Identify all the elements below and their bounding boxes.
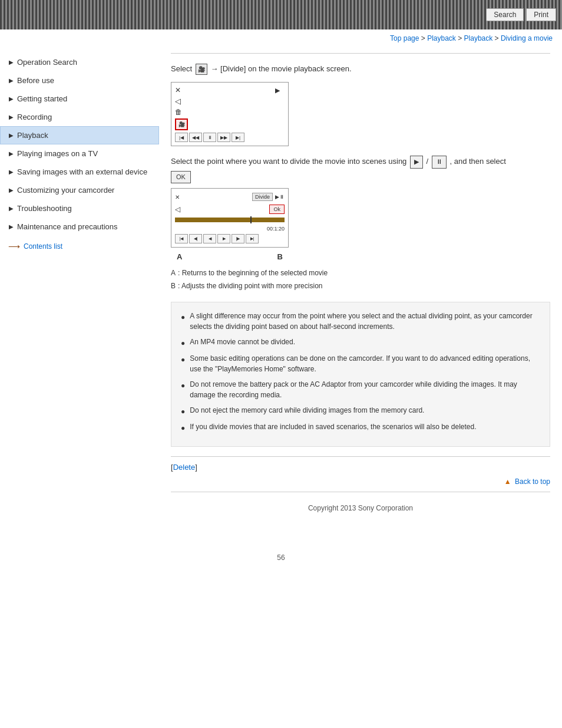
arrow-icon: ▶ (9, 205, 14, 212)
play-inline-btn: ▶ (410, 156, 423, 169)
ds-position-marker (250, 216, 252, 223)
sidebar-item-before-use[interactable]: ▶ Before use (0, 71, 159, 90)
divide-icon-inner: 🎥 (178, 121, 185, 127)
note-item-1: ● An MP4 movie cannot be divided. (181, 337, 540, 348)
delete-link-container: [Delete] (171, 463, 550, 472)
arrow-icon: ▶ (9, 77, 14, 84)
sidebar-item-getting-started[interactable]: ▶ Getting started (0, 90, 159, 108)
play-icon: ▶ (275, 87, 280, 94)
copyright-text: Copyright 2013 Sony Corporation (308, 504, 413, 512)
sidebar-item-playback[interactable]: ▶ Playback (0, 126, 159, 144)
sidebar-item-customizing[interactable]: ▶ Customizing your camcorder (0, 181, 159, 199)
search-button[interactable]: Search (486, 8, 524, 21)
ds-volume-ok-row: ◁ Ok (175, 205, 285, 213)
sidebar-item-maintenance[interactable]: ▶ Maintenance and precautions (0, 218, 159, 236)
caption-label-a: A (171, 267, 176, 280)
volume-icon: ◁ (175, 97, 181, 106)
main-layout: ▶ Operation Search ▶ Before use ▶ Gettin… (0, 47, 562, 542)
ds-ctrl-fwd: |▶ (232, 234, 244, 243)
note-text-4: Do not eject the memory card while divid… (190, 405, 540, 416)
final-divider (171, 492, 550, 492)
playback-screen-diagram: ✕ ▶ ◁ 🗑 🎥 |◀ ◀◀ ⏸ ▶▶ ▶| (171, 82, 289, 146)
header-bar: Search Print (0, 0, 562, 29)
arrow-icon: ▶ (9, 132, 14, 139)
bullet-icon: ● (181, 406, 185, 417)
note-item-0: ● A slight difference may occur from the… (181, 311, 540, 332)
breadcrumb: Top page > Playback > Playback > Dividin… (0, 29, 562, 47)
arrow-icon: ▶ (9, 169, 14, 175)
back-to-top-link[interactable]: Back to top (515, 477, 550, 486)
note-item-3: ● Do not remove the battery pack or the … (181, 379, 540, 400)
breadcrumb-playback2[interactable]: Playback (464, 34, 493, 42)
camera-icon: 🎥 (198, 65, 205, 74)
arrow-icon: ▶ (9, 223, 14, 230)
label-b: B (277, 252, 283, 261)
main-content: Select 🎥 → [Divide] on the movie playbac… (159, 47, 562, 542)
sidebar-item-label: Operation Search (17, 58, 153, 67)
ds-ok-button: Ok (269, 205, 285, 214)
note-text-0: A slight difference may occur from the p… (190, 311, 540, 332)
ds-ctrl-start: |◀ (175, 234, 188, 243)
breadcrumb-top-page[interactable]: Top page (390, 34, 419, 42)
select-rest: [Divide] on the movie playback screen. (220, 64, 352, 73)
divide-icon: 🎥 (196, 64, 207, 75)
divide-screen-diagram: ✕ Divide ▶⏸ ◁ Ok 00:1:20 |◀ ◀| ◀ ▶ (171, 188, 289, 248)
sidebar: ▶ Operation Search ▶ Before use ▶ Gettin… (0, 47, 159, 263)
ds-time-display: 00:1:20 (175, 226, 285, 232)
contents-list-link[interactable]: ⟶ Contents list (0, 236, 159, 257)
ps-ctrl-pause: ⏸ (203, 133, 216, 142)
sidebar-item-label: Customizing your camcorder (17, 186, 153, 195)
ok-inline-btn: OK (171, 171, 191, 184)
sidebar-item-troubleshooting[interactable]: ▶ Troubleshooting (0, 199, 159, 218)
caption-item-b: B : Adjusts the dividing point with more… (171, 280, 550, 293)
footer: Copyright 2013 Sony Corporation (171, 498, 550, 530)
note-item-5: ● If you divide movies that are included… (181, 421, 540, 433)
note-item-2: ● Some basic editing operations can be d… (181, 353, 540, 374)
bullet-icon: ● (181, 380, 185, 391)
note-text-1: An MP4 movie cannot be divided. (190, 337, 540, 347)
sidebar-item-label: Playing images on a TV (17, 149, 153, 158)
ds-ctrl-play: ▶ (217, 234, 230, 243)
sidebar-item-label: Saving images with an external device (17, 167, 153, 176)
ps-ctrl-end: ▶| (232, 133, 244, 142)
sidebar-item-label: Before use (17, 76, 153, 85)
ps-ctrl-back: ◀◀ (189, 133, 202, 142)
sidebar-item-playing-images[interactable]: ▶ Playing images on a TV (0, 144, 159, 163)
caption-list: A : Returns to the beginning of the sele… (171, 267, 550, 292)
bullet-icon: ● (181, 338, 185, 348)
trash-icon: 🗑 (175, 108, 182, 116)
print-button[interactable]: Print (526, 8, 556, 21)
sidebar-item-label: Playback (17, 131, 153, 140)
select-intro: Select (171, 64, 192, 73)
ds-ctrl-end: ▶| (246, 234, 259, 243)
select-point-text: Select the point where you want to divid… (171, 157, 406, 166)
sidebar-item-label: Recording (17, 113, 153, 121)
select-point-middle: , and then select (449, 157, 505, 166)
select-instruction: Select 🎥 → [Divide] on the movie playbac… (171, 63, 550, 75)
ps-ctrl-fwd: ▶▶ (217, 133, 230, 142)
arrow-icon: ▶ (9, 187, 14, 193)
sidebar-item-operation-search[interactable]: ▶ Operation Search (0, 53, 159, 71)
ps-ctrl-rewind: |◀ (175, 133, 188, 142)
ds-top: ✕ Divide ▶⏸ (175, 192, 285, 201)
breadcrumb-playback1[interactable]: Playback (427, 34, 456, 42)
contents-list-arrow-icon: ⟶ (8, 242, 20, 251)
note-text-5: If you divide movies that are included i… (190, 421, 540, 432)
close-icon: ✕ (175, 86, 181, 94)
ds-volume-icon: ◁ (175, 205, 180, 213)
caption-text-a: : Returns to the beginning of the select… (178, 267, 328, 280)
ds-ctrl-back-slow: ◀| (189, 234, 202, 243)
sidebar-item-recording[interactable]: ▶ Recording (0, 108, 159, 126)
breadcrumb-sep2: > (458, 34, 464, 42)
sidebar-item-saving-images[interactable]: ▶ Saving images with an external device (0, 163, 159, 181)
notes-box: ● A slight difference may occur from the… (171, 302, 550, 447)
breadcrumb-dividing[interactable]: Dividing a movie (501, 34, 553, 42)
bullet-icon: ● (181, 354, 185, 365)
ds-controls: |◀ ◀| ◀ ▶ |▶ ▶| (175, 234, 285, 243)
back-to-top-icon: ▲ (504, 477, 511, 486)
delete-link[interactable]: Delete (173, 463, 196, 472)
divide-highlight-icon: 🎥 (175, 118, 188, 130)
page-number: 56 (0, 542, 562, 568)
ds-playhead-icon: ▶⏸ (275, 194, 285, 200)
caption-item-a: A : Returns to the beginning of the sele… (171, 267, 550, 280)
